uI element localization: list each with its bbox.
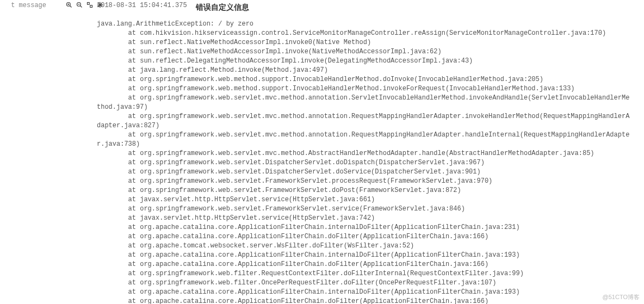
zoom-out-icon[interactable] bbox=[76, 1, 83, 9]
svg-line-1 bbox=[70, 6, 72, 8]
toggle-icon[interactable] bbox=[86, 1, 94, 9]
watermark: @51CTO博客 bbox=[603, 293, 640, 301]
svg-line-5 bbox=[81, 6, 82, 8]
field-label: t message bbox=[0, 2, 46, 9]
stack-trace: java.lang.ArithmeticException: / by zero… bbox=[97, 20, 642, 304]
svg-rect-8 bbox=[90, 5, 92, 8]
error-headline: 错误自定义信息 bbox=[196, 3, 249, 13]
svg-rect-7 bbox=[88, 3, 90, 5]
log-timestamp: 2018-08-31 15:04:41.375 bbox=[97, 2, 187, 9]
zoom-in-icon[interactable] bbox=[65, 1, 73, 9]
